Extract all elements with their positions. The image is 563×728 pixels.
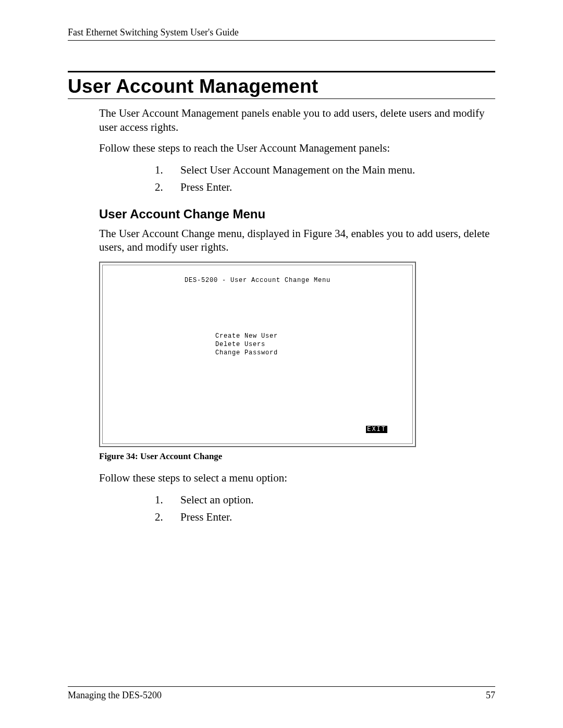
terminal-screen: DES-5200 - User Account Change Menu Crea… — [102, 265, 413, 444]
steps-lead-in: Follow these steps to reach the User Acc… — [99, 141, 495, 155]
steps-list: Select User Account Management on the Ma… — [99, 163, 495, 195]
section-title: User Account Management — [68, 76, 495, 97]
footer-rule — [68, 686, 495, 687]
subsection-title: User Account Change Menu — [99, 207, 495, 221]
post-figure-lead-in: Follow these steps to select a menu opti… — [99, 471, 495, 485]
figure-caption: Figure 34: User Account Change — [99, 451, 495, 462]
footer-page-number: 57 — [486, 690, 495, 701]
step-item: Select User Account Management on the Ma… — [166, 163, 495, 178]
section-rule-top — [68, 71, 495, 72]
terminal-exit-button: EXIT — [366, 426, 387, 433]
section-rule-bottom — [68, 98, 495, 99]
running-header: Fast Ethernet Switching System User's Gu… — [68, 27, 495, 38]
step-item: Press Enter. — [166, 510, 495, 525]
post-figure-steps-list: Select an option. Press Enter. — [99, 492, 495, 525]
page-footer: Managing the DES-5200 57 — [68, 686, 495, 701]
header-rule — [68, 40, 495, 41]
step-item: Press Enter. — [166, 180, 495, 195]
terminal-menu-item: Create New User — [215, 332, 278, 340]
section-body: The User Account Management panels enabl… — [99, 106, 495, 525]
subsection-intro: The User Account Change menu, displayed … — [99, 227, 495, 254]
terminal-menu: Create New User Delete Users Change Pass… — [215, 332, 278, 357]
terminal-menu-item: Delete Users — [215, 340, 278, 349]
terminal-screenshot: DES-5200 - User Account Change Menu Crea… — [99, 262, 416, 447]
terminal-title: DES-5200 - User Account Change Menu — [103, 277, 412, 284]
document-page: Fast Ethernet Switching System User's Gu… — [0, 0, 563, 728]
footer-chapter: Managing the DES-5200 — [68, 690, 162, 701]
intro-paragraph: The User Account Management panels enabl… — [99, 106, 495, 134]
terminal-menu-item: Change Password — [215, 349, 278, 357]
step-item: Select an option. — [166, 492, 495, 508]
